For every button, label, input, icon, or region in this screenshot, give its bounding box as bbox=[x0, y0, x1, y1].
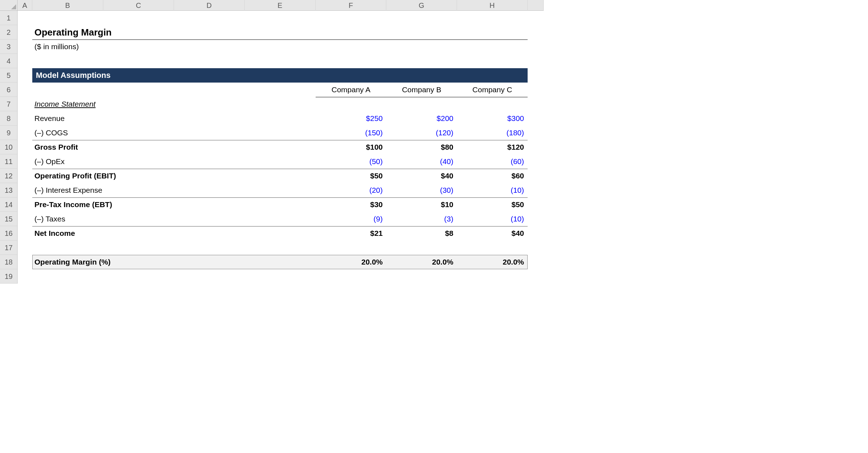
col-header-H[interactable]: H bbox=[457, 0, 528, 11]
row-9: (–) COGS (150) (120) (180) bbox=[18, 126, 544, 140]
gross-a[interactable]: $100 bbox=[316, 140, 386, 154]
netinc-a[interactable]: $21 bbox=[316, 226, 386, 240]
row-header-12[interactable]: 12 bbox=[0, 169, 17, 183]
section-header-label: Model Assumptions bbox=[36, 71, 110, 80]
revenue-c[interactable]: $300 bbox=[457, 111, 528, 126]
col-header-C[interactable]: C bbox=[103, 0, 174, 11]
company-c-underline bbox=[457, 97, 528, 97]
revenue-b[interactable]: $200 bbox=[386, 111, 457, 126]
gross-b[interactable]: $80 bbox=[386, 140, 457, 154]
spreadsheet: A B C D E F G H 123456789101112131415161… bbox=[0, 0, 544, 284]
col-header-D[interactable]: D bbox=[174, 0, 245, 11]
taxes-b[interactable]: (3) bbox=[386, 212, 457, 226]
netinc-c[interactable]: $40 bbox=[457, 226, 528, 240]
label-ebit[interactable]: Operating Profit (EBIT) bbox=[32, 169, 174, 183]
ebt-c[interactable]: $50 bbox=[457, 197, 528, 212]
col-header-F[interactable]: F bbox=[316, 0, 386, 11]
row-1 bbox=[18, 11, 544, 25]
header-company-c[interactable]: Company C bbox=[457, 83, 528, 97]
ebt-a[interactable]: $30 bbox=[316, 197, 386, 212]
taxes-c[interactable]: (10) bbox=[457, 212, 528, 226]
row-header-2[interactable]: 2 bbox=[0, 25, 17, 39]
income-statement-label[interactable]: Income Statement bbox=[32, 97, 103, 111]
row-19 bbox=[18, 269, 544, 284]
ebit-b[interactable]: $40 bbox=[386, 169, 457, 183]
col-header-A[interactable]: A bbox=[18, 0, 32, 11]
label-intexp[interactable]: (–) Interest Expense bbox=[32, 183, 174, 197]
header-company-b[interactable]: Company B bbox=[386, 83, 457, 97]
opmargin-c[interactable]: 20.0% bbox=[457, 255, 528, 269]
rule-after-taxes bbox=[32, 226, 528, 226]
label-revenue[interactable]: Revenue bbox=[32, 111, 103, 126]
label-opmargin[interactable]: Operating Margin (%) bbox=[32, 255, 174, 269]
taxes-a[interactable]: (9) bbox=[316, 212, 386, 226]
cell-title[interactable]: Operating Margin bbox=[32, 25, 103, 39]
intexp-b[interactable]: (30) bbox=[386, 183, 457, 197]
cogs-c[interactable]: (180) bbox=[457, 126, 528, 140]
opex-a[interactable]: (50) bbox=[316, 154, 386, 169]
cogs-a[interactable]: (150) bbox=[316, 126, 386, 140]
opex-c[interactable]: (60) bbox=[457, 154, 528, 169]
revenue-a[interactable]: $250 bbox=[316, 111, 386, 126]
row-header-6[interactable]: 6 bbox=[0, 83, 17, 97]
row-10: Gross Profit $100 $80 $120 bbox=[18, 140, 544, 154]
col-header-E[interactable]: E bbox=[245, 0, 316, 11]
opmargin-b[interactable]: 20.0% bbox=[386, 255, 457, 269]
gross-c[interactable]: $120 bbox=[457, 140, 528, 154]
row-header-10[interactable]: 10 bbox=[0, 140, 17, 154]
label-taxes[interactable]: (–) Taxes bbox=[32, 212, 103, 226]
col-header-G[interactable]: G bbox=[386, 0, 457, 11]
row-4 bbox=[18, 54, 544, 68]
col-header-blank[interactable] bbox=[528, 0, 544, 11]
label-ebt[interactable]: Pre-Tax Income (EBT) bbox=[32, 197, 174, 212]
title-underline bbox=[32, 39, 528, 40]
row-header-5[interactable]: 5 bbox=[0, 68, 17, 83]
label-cogs[interactable]: (–) COGS bbox=[32, 126, 103, 140]
label-netinc[interactable]: Net Income bbox=[32, 226, 103, 240]
row-6: Company A Company B Company C bbox=[18, 83, 544, 97]
row-11: (–) OpEx (50) (40) (60) bbox=[18, 154, 544, 169]
row-7: Income Statement bbox=[18, 97, 544, 111]
row-header-19[interactable]: 19 bbox=[0, 269, 17, 284]
row-8: Revenue $250 $200 $300 bbox=[18, 111, 544, 126]
opmargin-a[interactable]: 20.0% bbox=[316, 255, 386, 269]
row-header-16[interactable]: 16 bbox=[0, 226, 17, 240]
row-header-13[interactable]: 13 bbox=[0, 183, 17, 197]
ebit-c[interactable]: $60 bbox=[457, 169, 528, 183]
row-15: (–) Taxes (9) (3) (10) bbox=[18, 212, 544, 226]
column-headers: A B C D E F G H bbox=[18, 0, 544, 11]
row-header-14[interactable]: 14 bbox=[0, 197, 17, 212]
row-16: Net Income $21 $8 $40 bbox=[18, 226, 544, 240]
label-gross[interactable]: Gross Profit bbox=[32, 140, 103, 154]
intexp-a[interactable]: (20) bbox=[316, 183, 386, 197]
grid-body[interactable]: Model Assumptions Operating Margin ($ in… bbox=[18, 11, 544, 284]
cogs-b[interactable]: (120) bbox=[386, 126, 457, 140]
ebit-a[interactable]: $50 bbox=[316, 169, 386, 183]
row-17 bbox=[18, 240, 544, 255]
row-header-7[interactable]: 7 bbox=[0, 97, 17, 111]
rule-after-intexp bbox=[32, 197, 528, 198]
opex-b[interactable]: (40) bbox=[386, 154, 457, 169]
row-header-15[interactable]: 15 bbox=[0, 212, 17, 226]
ebt-b[interactable]: $10 bbox=[386, 197, 457, 212]
row-header-18[interactable]: 18 bbox=[0, 255, 17, 269]
row-14: Pre-Tax Income (EBT) $30 $10 $50 bbox=[18, 197, 544, 212]
row-header-4[interactable]: 4 bbox=[0, 54, 17, 68]
row-header-11[interactable]: 11 bbox=[0, 154, 17, 169]
select-all-corner[interactable] bbox=[0, 0, 18, 11]
row-2: Operating Margin bbox=[18, 25, 544, 39]
row-header-3[interactable]: 3 bbox=[0, 39, 17, 54]
header-company-a[interactable]: Company A bbox=[316, 83, 386, 97]
label-opex[interactable]: (–) OpEx bbox=[32, 154, 103, 169]
row-header-8[interactable]: 8 bbox=[0, 111, 17, 126]
intexp-c[interactable]: (10) bbox=[457, 183, 528, 197]
section-header-bar: Model Assumptions bbox=[32, 68, 528, 83]
cell-subtitle[interactable]: ($ in millions) bbox=[32, 39, 103, 54]
col-header-B[interactable]: B bbox=[32, 0, 103, 11]
row-header-1[interactable]: 1 bbox=[0, 11, 17, 25]
company-a-underline bbox=[316, 97, 386, 97]
company-b-underline bbox=[386, 97, 457, 97]
row-header-9[interactable]: 9 bbox=[0, 126, 17, 140]
netinc-b[interactable]: $8 bbox=[386, 226, 457, 240]
row-header-17[interactable]: 17 bbox=[0, 240, 17, 255]
